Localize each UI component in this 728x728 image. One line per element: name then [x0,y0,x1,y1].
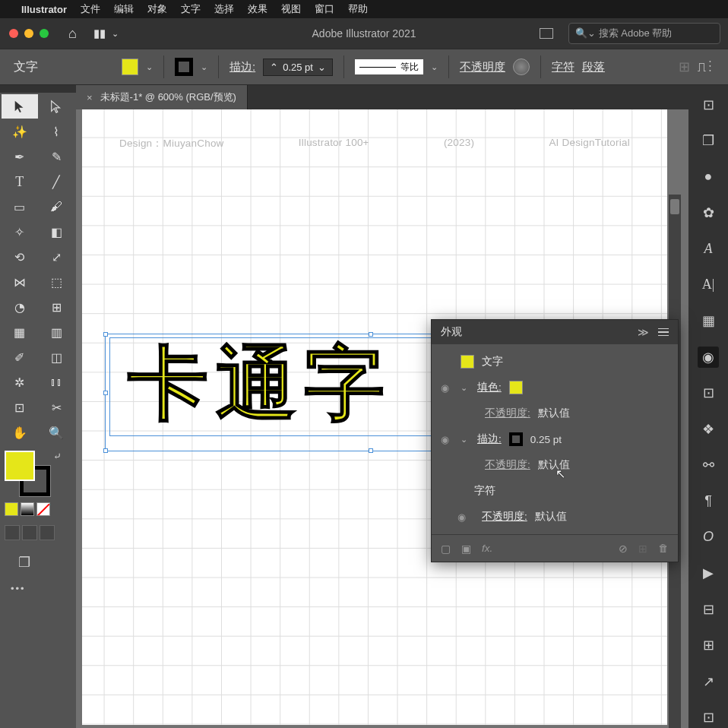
draw-inside[interactable] [40,525,55,540]
appearance-stroke-row[interactable]: ◉ ⌄ 描边: 0.25 pt [432,426,678,452]
color-mode-button[interactable] [5,502,18,516]
links-panel-icon[interactable]: ⚯ [698,454,719,475]
symbols-panel-icon[interactable]: ✿ [698,202,719,223]
fill-opacity-row[interactable]: 不透明度: 默认值 [432,400,678,426]
appearance-fill-row[interactable]: ◉ ⌄ 填色: [432,375,678,400]
recolor-icon[interactable] [513,59,530,75]
add-effect-icon[interactable]: fx. [482,543,492,554]
align-panel-icon[interactable]: ⊟ [698,599,719,619]
workspace-switcher[interactable]: ▮▮ ⌄ [93,27,119,40]
curvature-tool[interactable]: ✎ [39,144,75,169]
appearance-characters-row[interactable]: 字符 [432,478,678,504]
align-icon[interactable]: ⊞ [679,59,690,75]
graph-tool[interactable]: ⫾⫾ [39,370,75,394]
visibility-toggle[interactable]: ◉ [441,434,453,445]
transparency-panel-icon[interactable]: O [698,527,719,547]
type-tool[interactable]: T [2,169,38,194]
add-stroke-icon[interactable]: ▢ [441,543,451,555]
paragraph-panel-link[interactable]: 段落 [582,60,605,74]
profile-dropdown[interactable]: ⌄ [431,62,438,72]
eyedropper-tool[interactable]: ✐ [2,345,38,369]
appearance-type-row[interactable]: 文字 [432,349,678,375]
menu-window[interactable]: 窗口 [315,2,334,16]
asset-export-panel-icon[interactable]: ⊡ [698,707,719,727]
free-transform-tool[interactable]: ⬚ [39,270,75,294]
gradient-tool[interactable]: ▥ [39,320,75,344]
clear-appearance-icon[interactable]: ⊘ [619,543,628,555]
menu-effect[interactable]: 效果 [248,2,267,16]
hand-tool[interactable]: ✋ [2,420,38,445]
menu-help[interactable]: 帮助 [348,2,368,16]
stroke-dropdown[interactable]: ⌄ [201,62,207,72]
duplicate-item-icon[interactable]: ⊞ [638,543,647,555]
export-panel-icon[interactable]: ↗ [698,671,719,692]
document-setup-icon[interactable] [540,28,553,39]
menu-view[interactable]: 视图 [281,2,301,16]
fill-stroke-swatch[interactable] [5,451,50,496]
glyphs-panel-icon[interactable]: A| [698,274,719,295]
mesh-tool[interactable]: ▦ [2,320,38,344]
rectangle-tool[interactable]: ▭ [2,195,38,219]
gradient-mode-button[interactable] [21,502,34,516]
libraries-panel-icon[interactable]: ❐ [698,130,719,150]
layers-panel-icon[interactable]: ❖ [698,419,719,439]
symbol-sprayer-tool[interactable]: ✲ [2,370,38,394]
draw-normal[interactable] [5,525,20,540]
direct-selection-tool[interactable] [39,94,75,119]
visibility-toggle[interactable]: ◉ [457,511,470,523]
none-mode-button[interactable] [36,502,50,516]
lasso-tool[interactable]: ⌇ [39,119,75,144]
scale-tool[interactable]: ⤢ [39,245,75,269]
visibility-toggle[interactable]: ◉ [441,382,453,394]
rotate-tool[interactable]: ⟲ [2,245,38,269]
minimize-window-button[interactable] [24,29,33,38]
appearance-panel-icon[interactable]: ◉ [698,347,719,367]
properties-panel-icon[interactable]: ⊡ [698,94,719,115]
transform-icon[interactable]: ⎍⁝ [698,59,714,75]
eraser-tool[interactable]: ◧ [39,220,75,244]
stroke-label[interactable]: 描边: [229,60,255,74]
appearance-panel-header[interactable]: 外观 ≫ [432,320,678,344]
graphic-styles-panel-icon[interactable]: ⊡ [698,383,719,404]
expand-icon[interactable]: ⌄ [461,435,470,445]
blend-tool[interactable]: ◫ [39,345,75,369]
fill-swatch[interactable] [122,59,138,75]
paragraph-panel-icon[interactable]: ¶ [698,491,719,511]
delete-item-icon[interactable]: 🗑 [658,543,669,554]
brushes-panel-icon[interactable]: ● [698,166,719,187]
menu-select[interactable]: 选择 [214,2,234,16]
draw-behind[interactable] [22,525,37,540]
stroke-profile[interactable]: 等比 [355,59,423,74]
character-panel-icon[interactable]: A [698,239,719,259]
actions-panel-icon[interactable]: ▶ [698,563,719,584]
menu-edit[interactable]: 编辑 [114,2,134,16]
close-tab-icon[interactable]: × [87,92,93,103]
add-fill-icon[interactable]: ▣ [461,543,471,555]
character-panel-link[interactable]: 字符 [552,60,574,74]
swatches-panel-icon[interactable]: ▦ [698,311,719,331]
stroke-row-swatch[interactable] [509,432,523,446]
stroke-opacity-row[interactable]: 不透明度: 默认值 [432,452,678,478]
edit-toolbar[interactable]: ••• [5,583,71,594]
swap-fill-stroke-icon[interactable]: ⤶ [53,451,62,462]
magic-wand-tool[interactable]: ✨ [2,119,38,144]
slice-tool[interactable]: ✂ [39,395,75,419]
fill-row-swatch[interactable] [509,381,523,394]
paintbrush-tool[interactable]: 🖌 [39,195,75,219]
line-tool[interactable]: ╱ [39,169,75,194]
home-icon[interactable]: ⌂ [68,26,77,42]
stroke-weight-input[interactable]: ⌃0.25 pt⌄ [263,59,333,76]
maximize-window-button[interactable] [40,29,49,38]
menu-type[interactable]: 文字 [181,2,201,16]
menu-file[interactable]: 文件 [81,2,100,16]
selection-tool[interactable] [2,94,38,119]
collapse-panel-icon[interactable]: ≫ [638,326,649,338]
shape-builder-tool[interactable]: ◔ [2,295,38,319]
search-input[interactable]: 🔍⌄ 搜索 Adobe 帮助 [568,23,720,44]
zoom-tool[interactable]: 🔍 [39,420,75,445]
appearance-opacity-row[interactable]: ◉ 不透明度: 默认值 [432,504,678,530]
close-window-button[interactable] [9,29,18,38]
perspective-tool[interactable]: ⊞ [39,295,75,319]
panel-menu-icon[interactable] [658,328,669,337]
shaper-tool[interactable]: ✧ [2,220,38,244]
